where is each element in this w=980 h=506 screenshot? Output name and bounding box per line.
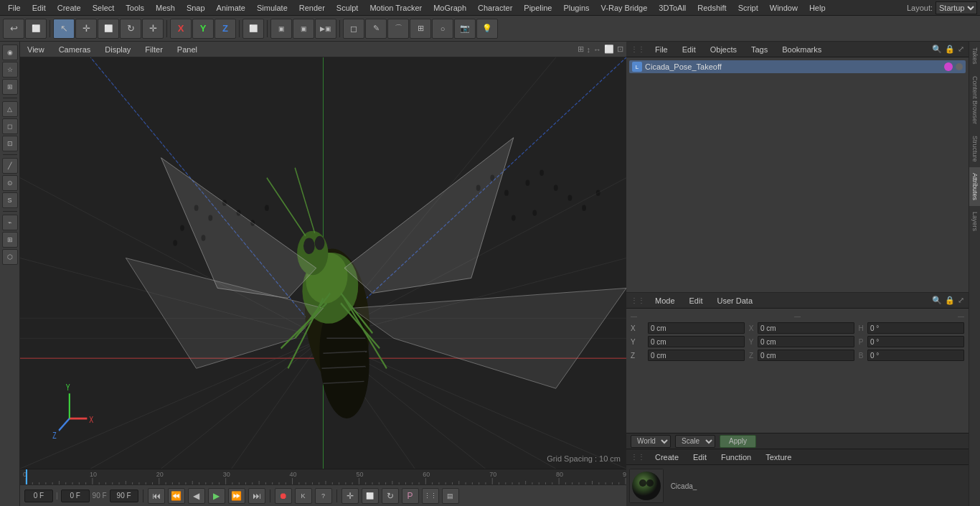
start-frame-input[interactable]: [24, 489, 53, 502]
pose-tool-pb[interactable]: P: [402, 488, 419, 504]
menu-vray[interactable]: V-Ray Bridge: [596, 2, 653, 14]
menu-script[interactable]: Script: [733, 2, 763, 14]
render-view-button[interactable]: ▣: [293, 19, 314, 39]
menu-pipeline[interactable]: Pipeline: [519, 2, 557, 14]
menu-animate[interactable]: Animate: [212, 2, 250, 14]
vp-icon5[interactable]: ⊡: [617, 44, 623, 54]
objects-search-icon[interactable]: 🔍: [932, 44, 942, 54]
menu-snap[interactable]: Snap: [182, 2, 210, 14]
menu-window[interactable]: Window: [765, 2, 803, 14]
render-button[interactable]: ▶▣: [315, 19, 336, 39]
viewport-3d[interactable]: Perspective: [20, 57, 626, 469]
menu-motion-tracker[interactable]: Motion Tracker: [364, 2, 427, 14]
coord-h-input[interactable]: [867, 322, 964, 334]
menu-simulate[interactable]: Simulate: [252, 2, 293, 14]
move-tool-pb[interactable]: ✛: [341, 488, 359, 504]
transform-tool-button[interactable]: ✛: [142, 19, 164, 39]
camera-button[interactable]: 📷: [454, 19, 476, 39]
cube3d-button[interactable]: ◻: [343, 19, 364, 39]
objects-expand-icon[interactable]: ⤢: [958, 44, 964, 54]
x-axis-button[interactable]: X: [170, 19, 192, 39]
lt-mode1[interactable]: ◉: [2, 44, 18, 60]
layout-select[interactable]: Startup: [936, 1, 977, 14]
scale-tool-button[interactable]: ⬜: [98, 19, 119, 39]
menu-3dtoall[interactable]: 3DToAll: [654, 2, 691, 14]
coord-y-pos2-input[interactable]: [758, 336, 854, 347]
lt-tool1[interactable]: ╱: [2, 158, 18, 174]
coord-p-input[interactable]: [867, 336, 964, 347]
lt-mode4[interactable]: △: [2, 101, 18, 117]
record-button[interactable]: ⏺: [275, 488, 292, 504]
play-back-button[interactable]: ◀: [188, 488, 205, 504]
menu-character[interactable]: Character: [473, 2, 517, 14]
pen-button[interactable]: ✎: [365, 19, 387, 39]
menu-redshift[interactable]: Redshift: [692, 2, 731, 14]
go-end-button[interactable]: ⏭: [248, 488, 265, 504]
objects-menu-bookmarks[interactable]: Bookmarks: [778, 44, 826, 55]
tab-takes[interactable]: Takes: [969, 42, 980, 70]
tab-structure[interactable]: Structure: [969, 130, 980, 168]
vp-menu-panel[interactable]: Panel: [173, 44, 202, 55]
redo-button[interactable]: ⬜: [25, 19, 47, 39]
lt-mode3[interactable]: ⊞: [2, 79, 18, 95]
go-start-button[interactable]: ⏮: [148, 488, 165, 504]
coord-x-pos2-input[interactable]: [758, 322, 854, 334]
vp-menu-cameras[interactable]: Cameras: [55, 44, 95, 55]
vp-menu-view[interactable]: View: [23, 44, 49, 55]
mat-menu-texture[interactable]: Texture: [761, 451, 796, 463]
attr-menu-userdata[interactable]: User Data: [713, 295, 758, 306]
z-axis-button[interactable]: Z: [215, 19, 236, 39]
object-color-dot[interactable]: [944, 62, 953, 71]
objects-menu-tags[interactable]: Tags: [747, 44, 772, 55]
menu-edit[interactable]: Edit: [27, 2, 51, 14]
menu-tools[interactable]: Tools: [121, 2, 149, 14]
coord-b-input[interactable]: [867, 350, 964, 361]
menu-sculpt[interactable]: Sculpt: [331, 2, 364, 14]
object-item[interactable]: L Cicada_Pose_Takeoff: [629, 60, 966, 73]
objects-lock-icon[interactable]: 🔒: [945, 44, 955, 54]
vp-icon1[interactable]: ⊞: [578, 44, 584, 54]
move-tool-button[interactable]: ✛: [75, 19, 97, 39]
dots-tool-pb[interactable]: ⋮⋮: [422, 488, 439, 504]
rotate-tool-pb[interactable]: ↻: [382, 488, 399, 504]
coord-x-pos-input[interactable]: [648, 322, 745, 334]
menu-render[interactable]: Render: [294, 2, 330, 14]
array-button[interactable]: ⊞: [410, 19, 431, 39]
lt-mode5[interactable]: ◻: [2, 118, 18, 134]
play-button[interactable]: ▶: [208, 488, 225, 504]
tab-layers[interactable]: Layers: [969, 206, 980, 237]
objects-menu-file[interactable]: File: [651, 44, 672, 55]
select-tool-button[interactable]: ↖: [53, 19, 75, 39]
light-button[interactable]: 💡: [476, 19, 498, 39]
attr-menu-edit[interactable]: Edit: [685, 295, 707, 306]
lt-tool6[interactable]: ⬡: [2, 249, 18, 265]
coord-z-pos-input[interactable]: [648, 350, 745, 361]
bend-button[interactable]: ⌒: [387, 19, 409, 39]
render-region-button[interactable]: ▣: [270, 19, 292, 39]
scale-tool-pb[interactable]: ⬜: [362, 488, 379, 504]
mat-menu-function[interactable]: Function: [717, 451, 755, 463]
material-thumbnail[interactable]: [629, 469, 664, 503]
undo-button[interactable]: ↩: [3, 19, 24, 39]
menu-mesh[interactable]: Mesh: [151, 2, 180, 14]
current-frame-input[interactable]: [61, 489, 90, 502]
objects-menu-objects[interactable]: Objects: [706, 44, 741, 55]
mat-menu-create[interactable]: Create: [651, 451, 683, 463]
menu-plugins[interactable]: Plugins: [558, 2, 594, 14]
step-back-button[interactable]: ⏪: [168, 488, 185, 504]
lt-tool4[interactable]: ⌁: [2, 215, 18, 230]
objects-menu-edit[interactable]: Edit: [678, 44, 700, 55]
rotate-tool-button[interactable]: ↻: [120, 19, 141, 39]
world-select[interactable]: World: [631, 435, 671, 448]
scale-select[interactable]: Scale: [675, 435, 715, 448]
cube-button[interactable]: ⬜: [242, 19, 264, 39]
boole-button[interactable]: ○: [432, 19, 453, 39]
attr-expand-icon[interactable]: ⤢: [958, 296, 964, 305]
lt-tool3[interactable]: S: [2, 192, 18, 208]
menu-file[interactable]: File: [3, 2, 26, 14]
menu-help[interactable]: Help: [804, 2, 831, 14]
key-view-pb[interactable]: ▤: [442, 488, 459, 504]
coord-y-pos-input[interactable]: [648, 336, 745, 347]
tab-attributes[interactable]: Attributes: [969, 167, 980, 206]
vp-icon3[interactable]: ↔: [593, 45, 601, 54]
